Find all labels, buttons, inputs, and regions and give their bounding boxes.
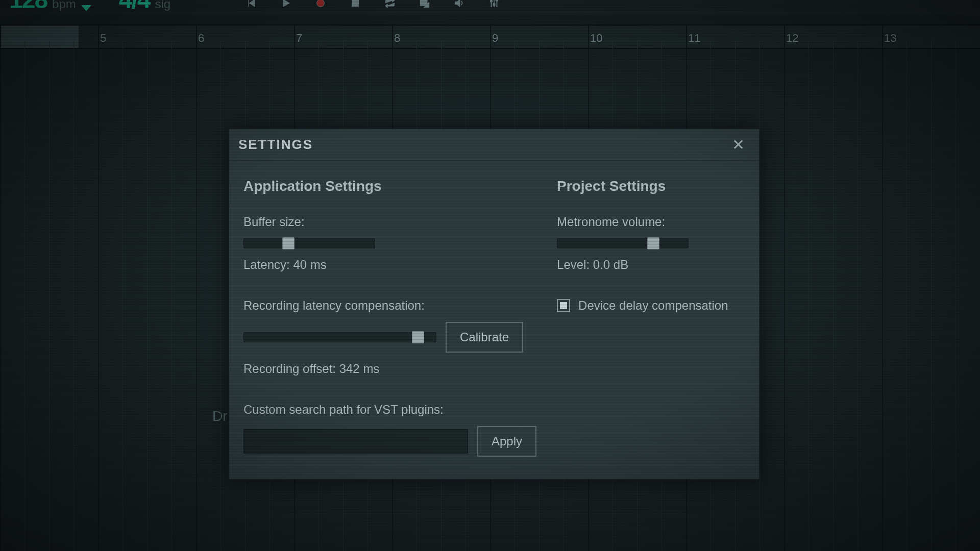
vst-path-input[interactable] <box>243 429 468 454</box>
drop-hint-text: Dr <box>212 408 228 424</box>
application-settings-column: Application Settings Buffer size: Latenc… <box>243 178 536 457</box>
buffer-size-group: Buffer size: Latency: 40 ms <box>243 215 536 272</box>
metronome-level-readout: Level: 0.0 dB <box>557 258 745 272</box>
timesig-control[interactable]: 4/4 sig <box>119 0 170 17</box>
play-icon[interactable] <box>279 0 293 10</box>
svg-rect-1 <box>352 0 359 6</box>
latency-readout: Latency: 40 ms <box>243 258 536 272</box>
buffer-size-label: Buffer size: <box>243 215 536 229</box>
skip-back-icon[interactable] <box>244 0 258 10</box>
stop-icon[interactable] <box>348 0 362 10</box>
project-settings-column: Project Settings Metronome volume: Level… <box>557 178 745 457</box>
mixer-icon[interactable] <box>487 0 501 10</box>
bpm-label: bpm <box>52 0 76 11</box>
transport-bar: 128 bpm 4/4 sig <box>0 0 980 15</box>
settings-dialog: SETTINGS ✕ Application Settings Buffer s… <box>229 129 760 480</box>
metronome-label: Metronome volume: <box>557 215 745 229</box>
calibrate-button[interactable]: Calibrate <box>446 322 523 353</box>
device-delay-comp-row[interactable]: Device delay compensation <box>557 298 745 313</box>
metronome-group: Metronome volume: Level: 0.0 dB <box>557 215 745 272</box>
timesig-value: 4/4 <box>119 0 150 6</box>
loop-icon[interactable] <box>383 0 397 10</box>
slider-thumb[interactable] <box>412 331 424 343</box>
volume-icon[interactable] <box>452 0 467 10</box>
slider-thumb[interactable] <box>647 237 659 249</box>
device-delay-comp-checkbox[interactable] <box>557 299 570 312</box>
rec-comp-label: Recording latency compensation: <box>243 298 536 313</box>
section-title-app: Application Settings <box>243 178 536 194</box>
slider-thumb[interactable] <box>282 237 295 249</box>
dialog-title: SETTINGS <box>238 137 313 153</box>
apply-button[interactable]: Apply <box>477 426 536 457</box>
bpm-control[interactable]: 128 bpm <box>9 0 91 17</box>
svg-rect-2 <box>421 0 427 6</box>
close-icon[interactable]: ✕ <box>727 134 750 156</box>
chevron-down-icon[interactable] <box>81 5 91 11</box>
device-delay-comp-label: Device delay compensation <box>578 298 728 313</box>
svg-point-4 <box>493 4 495 6</box>
dialog-header: SETTINGS ✕ <box>229 129 759 161</box>
vst-path-label: Custom search path for VST plugins: <box>243 403 536 417</box>
rec-offset-readout: Recording offset: 342 ms <box>243 362 536 376</box>
bpm-value: 128 <box>9 0 47 6</box>
record-icon[interactable] <box>313 0 328 10</box>
vst-path-group: Custom search path for VST plugins: Appl… <box>243 403 536 457</box>
timeline-ruler[interactable]: 567891011121314 <box>0 24 980 49</box>
svg-point-3 <box>491 1 493 3</box>
metronome-slider[interactable] <box>557 238 689 248</box>
svg-point-0 <box>317 0 325 7</box>
buffer-size-slider[interactable] <box>243 238 375 248</box>
rec-comp-slider[interactable] <box>243 332 436 342</box>
section-title-project: Project Settings <box>557 178 745 194</box>
timesig-label: sig <box>155 0 171 11</box>
svg-point-5 <box>496 0 498 1</box>
recording-compensation-group: Recording latency compensation: Calibrat… <box>243 298 536 376</box>
export-icon[interactable] <box>418 0 432 10</box>
